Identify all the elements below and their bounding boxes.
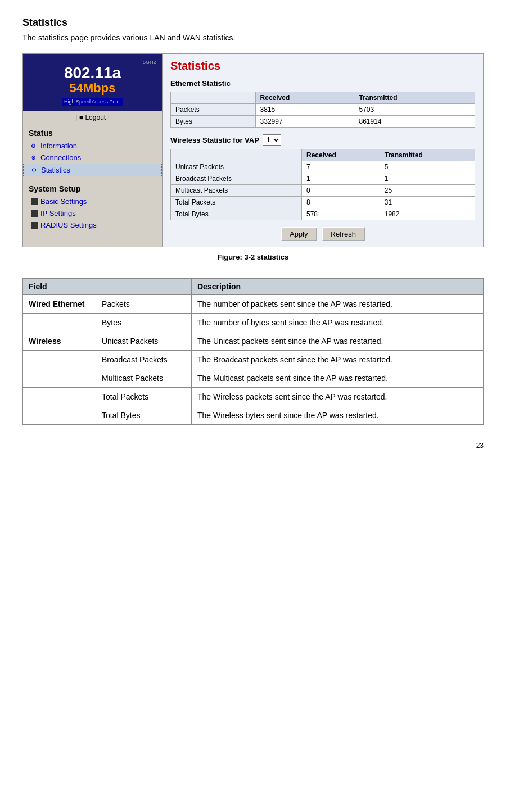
sidebar-item-label: Connections bbox=[40, 153, 81, 162]
desc-subfield: Total Packets bbox=[96, 388, 192, 406]
desc-subfield: Total Bytes bbox=[96, 406, 192, 425]
logout-text: [ ■ Logout ] bbox=[75, 114, 110, 121]
list-item: Wireless Unicast Packets The Unicast pac… bbox=[23, 332, 484, 351]
statistics-icon: ⚙ bbox=[31, 167, 38, 174]
list-item: Wired Ethernet Packets The number of pac… bbox=[23, 295, 484, 314]
desc-description: The Unicast packets sent since the AP wa… bbox=[192, 332, 484, 351]
eth-col-received: Received bbox=[255, 92, 354, 104]
wl-row-transmitted: 25 bbox=[380, 185, 475, 197]
sidebar-item-label: RADIUS Settings bbox=[40, 221, 97, 229]
desc-field bbox=[23, 351, 96, 369]
content-title: Statistics bbox=[170, 60, 475, 72]
eth-row-transmitted: 861914 bbox=[354, 116, 475, 128]
eth-col-empty bbox=[171, 92, 256, 104]
desc-description: The Wireless packets sent since the AP w… bbox=[192, 388, 484, 406]
wl-col-received: Received bbox=[302, 149, 380, 161]
refresh-button[interactable]: Refresh bbox=[322, 227, 365, 241]
sidebar-item-information[interactable]: ⚙ Information bbox=[23, 140, 162, 152]
desc-description: The Wireless bytes sent since the AP was… bbox=[192, 406, 484, 425]
sidebar-item-connections[interactable]: ⚙ Connections bbox=[23, 152, 162, 164]
basic-settings-icon bbox=[31, 198, 38, 205]
wireless-table: Received Transmitted Unicast Packets 7 5… bbox=[170, 149, 475, 220]
button-row: Apply Refresh bbox=[170, 227, 475, 241]
desc-subfield: Broadcast Packets bbox=[96, 351, 192, 369]
list-item: Multicast Packets The Multicast packets … bbox=[23, 369, 484, 388]
desc-description: The Broadcast packets sent since the AP … bbox=[192, 351, 484, 369]
eth-row-received: 3815 bbox=[255, 104, 354, 116]
wl-col-transmitted: Transmitted bbox=[380, 149, 475, 161]
wl-row-transmitted: 1 bbox=[380, 173, 475, 185]
sidebar-logo: 5GHZ 802.11a 54Mbps High Speed Access Po… bbox=[23, 54, 162, 111]
ethernet-section-label: Ethernet Statistic bbox=[170, 79, 475, 89]
vap-label: Wireless Statistic for VAP bbox=[170, 136, 259, 144]
wl-row-label: Multicast Packets bbox=[171, 185, 302, 197]
model-label: 802.11a bbox=[29, 65, 156, 81]
figure-container: 5GHZ 802.11a 54Mbps High Speed Access Po… bbox=[22, 53, 484, 247]
desc-field bbox=[23, 369, 96, 388]
sidebar-item-label: IP Settings bbox=[40, 209, 76, 217]
desc-col-description: Description bbox=[192, 279, 484, 295]
radius-settings-icon bbox=[31, 222, 38, 229]
vap-row: Wireless Statistic for VAP 1 2 bbox=[170, 134, 475, 146]
speed-label: 54Mbps bbox=[29, 81, 156, 96]
wl-row-transmitted: 1982 bbox=[380, 208, 475, 220]
content-panel: Statistics Ethernet Statistic Received T… bbox=[163, 54, 483, 247]
desc-description: The number of bytes sent since the AP wa… bbox=[192, 314, 484, 332]
description-table: Field Description Wired Ethernet Packets… bbox=[22, 278, 484, 425]
desc-col-field: Field bbox=[23, 279, 192, 295]
wl-col-empty bbox=[171, 149, 302, 161]
desc-subfield: Multicast Packets bbox=[96, 369, 192, 388]
table-row: Packets 3815 5703 bbox=[171, 104, 475, 116]
sidebar-item-ip-settings[interactable]: IP Settings bbox=[23, 207, 162, 219]
eth-col-transmitted: Transmitted bbox=[354, 92, 475, 104]
desc-subfield: Packets bbox=[96, 295, 192, 314]
logout-bar[interactable]: [ ■ Logout ] bbox=[23, 111, 162, 124]
desc-subfield: Unicast Packets bbox=[96, 332, 192, 351]
wl-row-received: 8 bbox=[302, 197, 380, 208]
wl-row-label: Total Packets bbox=[171, 197, 302, 208]
apply-button[interactable]: Apply bbox=[281, 227, 317, 241]
table-row: Broadcast Packets 1 1 bbox=[171, 173, 475, 185]
wl-row-transmitted: 5 bbox=[380, 161, 475, 173]
desc-description: The number of packets sent since the AP … bbox=[192, 295, 484, 314]
connections-icon: ⚙ bbox=[31, 155, 38, 161]
list-item: Total Packets The Wireless packets sent … bbox=[23, 388, 484, 406]
sidebar-item-statistics[interactable]: ⚙ Statistics bbox=[23, 164, 162, 176]
desc-field: Wired Ethernet bbox=[23, 295, 96, 314]
wl-row-label: Unicast Packets bbox=[171, 161, 302, 173]
wl-row-received: 0 bbox=[302, 185, 380, 197]
table-row: Total Packets 8 31 bbox=[171, 197, 475, 208]
list-item: Bytes The number of bytes sent since the… bbox=[23, 314, 484, 332]
figure-caption: Figure: 3-2 statistics bbox=[22, 253, 484, 261]
sidebar-item-basic-settings[interactable]: Basic Settings bbox=[23, 196, 162, 207]
page-number: 23 bbox=[22, 442, 484, 450]
sidebar-bottom-space bbox=[23, 231, 162, 242]
ethernet-table: Received Transmitted Packets 3815 5703 B… bbox=[170, 92, 475, 128]
sidebar-item-label: Information bbox=[40, 142, 77, 150]
desc-field bbox=[23, 314, 96, 332]
wl-row-label: Broadcast Packets bbox=[171, 173, 302, 185]
table-row: Multicast Packets 0 25 bbox=[171, 185, 475, 197]
vap-select[interactable]: 1 2 bbox=[263, 134, 281, 146]
eth-row-label: Packets bbox=[171, 104, 256, 116]
list-item: Broadcast Packets The Broadcast packets … bbox=[23, 351, 484, 369]
sidebar: 5GHZ 802.11a 54Mbps High Speed Access Po… bbox=[23, 54, 163, 247]
status-section-label: Status bbox=[23, 124, 162, 140]
desc-field bbox=[23, 406, 96, 425]
eth-row-received: 332997 bbox=[255, 116, 354, 128]
desc-field bbox=[23, 388, 96, 406]
wl-row-received: 1 bbox=[302, 173, 380, 185]
information-icon: ⚙ bbox=[31, 143, 38, 149]
sidebar-item-radius-settings[interactable]: RADIUS Settings bbox=[23, 219, 162, 231]
eth-row-label: Bytes bbox=[171, 116, 256, 128]
table-row: Bytes 332997 861914 bbox=[171, 116, 475, 128]
table-row: Total Bytes 578 1982 bbox=[171, 208, 475, 220]
desc-subfield: Bytes bbox=[96, 314, 192, 332]
desc-description: The Multicast packets sent since the AP … bbox=[192, 369, 484, 388]
wl-row-received: 578 bbox=[302, 208, 380, 220]
wl-row-transmitted: 31 bbox=[380, 197, 475, 208]
eth-row-transmitted: 5703 bbox=[354, 104, 475, 116]
system-setup-label: System Setup bbox=[23, 180, 162, 196]
table-row: Unicast Packets 7 5 bbox=[171, 161, 475, 173]
sidebar-item-label: Statistics bbox=[41, 166, 70, 174]
